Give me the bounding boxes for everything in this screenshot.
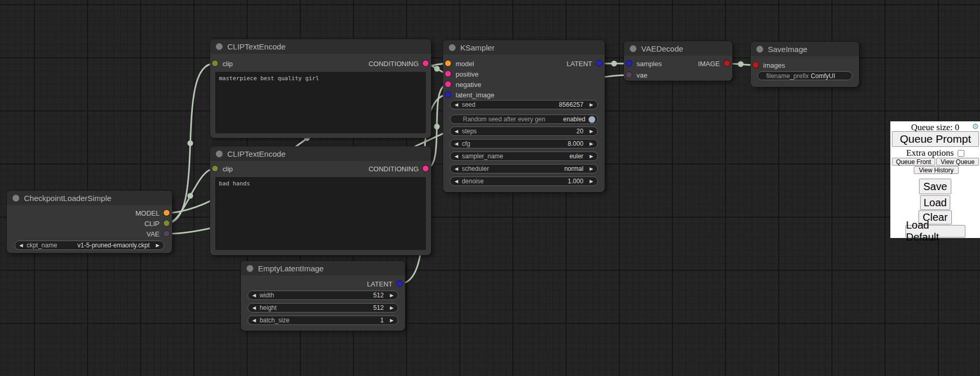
- node-title-bar[interactable]: SaveImage: [751, 42, 859, 56]
- increment-icon[interactable]: ▶: [590, 154, 593, 159]
- widget-scheduler[interactable]: ◀ scheduler normal ▶: [450, 164, 598, 173]
- load-default-button[interactable]: Load Default: [905, 225, 965, 237]
- node-ksampler[interactable]: KSampler model LATENT positive negative …: [443, 40, 605, 192]
- port-dot-latent-output[interactable]: [596, 60, 602, 66]
- widget-height[interactable]: ◀ height 512 ▶: [248, 303, 398, 312]
- collapse-dot-icon[interactable]: [216, 43, 223, 50]
- node-title-bar[interactable]: EmptyLatentImage: [241, 261, 405, 275]
- decrement-icon[interactable]: ◀: [252, 293, 256, 298]
- port-row: samples IMAGE: [624, 58, 732, 69]
- port-label: images: [763, 61, 785, 69]
- increment-icon[interactable]: ▶: [590, 166, 593, 171]
- view-queue-button[interactable]: View Queue: [936, 158, 979, 166]
- queue-front-button[interactable]: Queue Front: [892, 158, 935, 166]
- wire-clip-to-clip2: [166, 169, 214, 223]
- widget-label: scheduler: [462, 165, 489, 172]
- decrement-icon[interactable]: ◀: [455, 129, 458, 134]
- node-title: SaveImage: [768, 45, 807, 54]
- collapse-dot-icon[interactable]: [630, 45, 636, 52]
- port-dot-model[interactable]: [164, 210, 169, 216]
- port-dot-conditioning[interactable]: [423, 60, 428, 66]
- widget-width[interactable]: ◀ width 512 ▶: [248, 291, 398, 300]
- increment-icon[interactable]: ▶: [590, 129, 593, 134]
- node-title-bar[interactable]: VAEDecode: [624, 41, 732, 56]
- collapse-dot-icon[interactable]: [247, 265, 253, 272]
- port-dot-latent-output[interactable]: [397, 281, 402, 286]
- settings-gear-icon[interactable]: ⚙: [972, 122, 979, 131]
- increment-icon[interactable]: ▶: [156, 243, 160, 248]
- widget-steps[interactable]: ◀ steps 20 ▶: [450, 127, 598, 136]
- port-dot-clip-input[interactable]: [212, 60, 218, 66]
- prompt-textarea[interactable]: masterpiece best quality girl: [215, 72, 426, 133]
- node-vaedecode[interactable]: VAEDecode samples IMAGE vae: [624, 41, 732, 81]
- widget-seed[interactable]: ◀ seed 8566257 ▶: [450, 100, 598, 109]
- widget-label: filename_prefix: [766, 72, 808, 80]
- link-midpoint-dot[interactable]: [738, 61, 744, 67]
- port-dot-negative[interactable]: [445, 81, 451, 87]
- collapse-dot-icon[interactable]: [216, 151, 223, 157]
- node-graph-canvas[interactable]: CheckpointLoaderSimple MODEL CLIP VAE ◀ …: [0, 0, 980, 376]
- node-cliptextencode-positive[interactable]: CLIPTextEncode clip CONDITIONING masterp…: [210, 39, 431, 138]
- widget-sampler-name[interactable]: ◀ sampler_name euler ▶: [450, 152, 598, 161]
- increment-icon[interactable]: ▶: [390, 318, 394, 323]
- decrement-icon[interactable]: ◀: [252, 318, 256, 323]
- extra-options-checkbox[interactable]: [958, 150, 964, 157]
- widget-batch-size[interactable]: ◀ batch_size 1 ▶: [248, 316, 398, 325]
- node-title-bar[interactable]: CheckpointLoaderSimple: [7, 191, 172, 205]
- widget-value: ComfyUI: [811, 72, 835, 80]
- decrement-icon[interactable]: ◀: [19, 243, 23, 248]
- increment-icon[interactable]: ▶: [590, 141, 593, 146]
- increment-icon[interactable]: ▶: [390, 305, 394, 310]
- node-title: CLIPTextEncode: [227, 149, 286, 158]
- decrement-icon[interactable]: ◀: [252, 305, 256, 310]
- queue-prompt-button[interactable]: Queue Prompt: [892, 131, 979, 147]
- port-dot-positive[interactable]: [445, 71, 451, 77]
- node-cliptextencode-negative[interactable]: CLIPTextEncode clip CONDITIONING bad han…: [210, 146, 431, 255]
- link-midpoint-dot[interactable]: [434, 66, 440, 72]
- port-dot-image-output[interactable]: [724, 60, 730, 66]
- decrement-icon[interactable]: ◀: [455, 102, 458, 107]
- link-midpoint-dot[interactable]: [188, 141, 193, 146]
- collapse-dot-icon[interactable]: [13, 195, 19, 202]
- decrement-icon[interactable]: ◀: [455, 166, 458, 171]
- link-midpoint-dot[interactable]: [188, 193, 193, 199]
- node-title: VAEDecode: [641, 44, 683, 53]
- port-dot-vae[interactable]: [164, 231, 169, 236]
- port-dot-samples[interactable]: [626, 60, 632, 66]
- decrement-icon[interactable]: ◀: [455, 141, 458, 146]
- link-midpoint-dot[interactable]: [434, 124, 440, 130]
- decrement-icon[interactable]: ◀: [455, 179, 458, 184]
- widget-ckpt-name[interactable]: ◀ ckpt_name v1-5-pruned-emaonly.ckpt ▶: [15, 241, 164, 250]
- link-midpoint-dot[interactable]: [611, 61, 617, 67]
- widget-filename-prefix[interactable]: filename_prefix ComfyUI: [757, 71, 852, 80]
- prompt-textarea[interactable]: bad hands: [215, 177, 426, 250]
- node-title-bar[interactable]: CLIPTextEncode: [210, 39, 431, 54]
- widget-denoise[interactable]: ◀ denoise 1.000 ▶: [450, 177, 598, 186]
- port-dot-clip-input[interactable]: [212, 166, 218, 171]
- port-dot-latent-image[interactable]: [445, 92, 451, 97]
- toggle-circle-icon[interactable]: [589, 116, 595, 123]
- increment-icon[interactable]: ▶: [590, 179, 593, 184]
- widget-random-seed-toggle[interactable]: Random seed after every gen enabled: [450, 115, 598, 124]
- node-emptylatentimage[interactable]: EmptyLatentImage LATENT ◀ width 512 ▶ ◀ …: [241, 261, 405, 331]
- node-title-bar[interactable]: KSampler: [443, 40, 605, 55]
- view-history-button[interactable]: View History: [914, 166, 959, 174]
- collapse-dot-icon[interactable]: [756, 46, 763, 53]
- load-button[interactable]: Load: [920, 195, 950, 210]
- node-title-bar[interactable]: CLIPTextEncode: [210, 146, 431, 161]
- node-checkpointloadersimple[interactable]: CheckpointLoaderSimple MODEL CLIP VAE ◀ …: [7, 191, 172, 253]
- port-label: CLIP: [144, 220, 160, 228]
- save-button[interactable]: Save: [919, 179, 951, 194]
- increment-icon[interactable]: ▶: [590, 102, 593, 107]
- decrement-icon[interactable]: ◀: [455, 154, 458, 159]
- port-dot-vae-input[interactable]: [626, 72, 632, 78]
- wire-clip-to-clip1: [166, 64, 214, 223]
- collapse-dot-icon[interactable]: [449, 44, 456, 51]
- port-dot-clip[interactable]: [164, 220, 169, 226]
- port-dot-model-input[interactable]: [445, 60, 451, 66]
- node-saveimage[interactable]: SaveImage images filename_prefix ComfyUI: [751, 42, 859, 87]
- widget-cfg[interactable]: ◀ cfg 8.000 ▶: [450, 139, 598, 148]
- increment-icon[interactable]: ▶: [390, 293, 394, 298]
- port-dot-conditioning[interactable]: [423, 166, 428, 171]
- port-dot-images[interactable]: [753, 62, 758, 68]
